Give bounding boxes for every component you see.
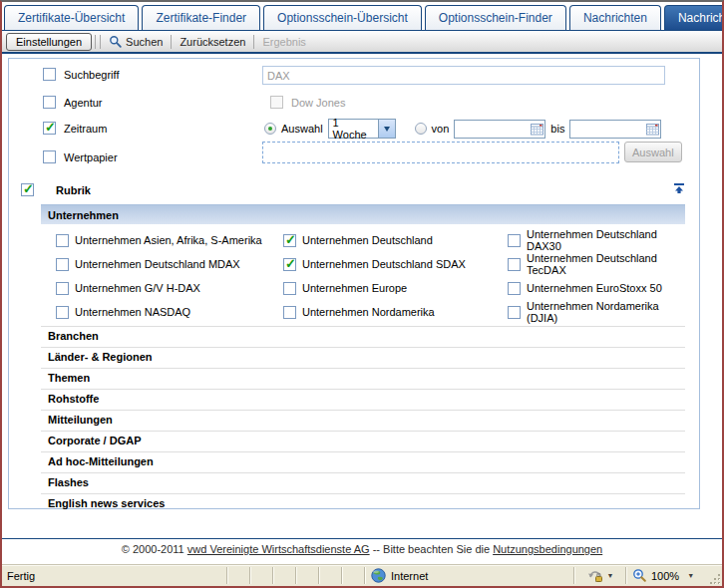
- rubrik-item-label: Unternehmen Deutschland MDAX: [75, 258, 240, 270]
- resize-grip-icon: [709, 573, 721, 585]
- checkbox-icon[interactable]: [283, 234, 296, 247]
- suchbegriff-input[interactable]: [262, 66, 665, 85]
- tab-optionsschein-ubersicht[interactable]: Optionsschein-Übersicht: [263, 5, 422, 31]
- suchen-button[interactable]: Suchen: [104, 35, 168, 48]
- auswahl-radio-label: Auswahl: [281, 123, 323, 135]
- rubrik-item-unternehmen-eurostoxx-50[interactable]: Unternehmen EuroStoxx 50: [508, 282, 685, 295]
- rubrik-item-unternehmen-asien-afrika-s-amerika[interactable]: Unternehmen Asien, Afrika, S-Amerika: [56, 234, 283, 247]
- calendar-icon[interactable]: [531, 123, 543, 138]
- bis-date-input[interactable]: [569, 120, 661, 139]
- zeitraum-select[interactable]: 1 Woche: [328, 119, 396, 139]
- dow-jones-label: Dow Jones: [291, 97, 345, 109]
- wertpapier-auswahl-button: Auswahl: [624, 142, 682, 162]
- security-zone-pane: Internet: [366, 565, 573, 586]
- tab-strip: Zertifikate-ÜbersichtZertifikate-FinderO…: [4, 5, 724, 31]
- resize-grip[interactable]: [706, 565, 722, 586]
- wertpapier-input[interactable]: [262, 142, 619, 163]
- von-date-input[interactable]: [454, 120, 545, 139]
- section-row-english-news-services[interactable]: English news services: [41, 493, 685, 514]
- browser-window: Zertifikate-ÜbersichtZertifikate-FinderO…: [0, 0, 724, 588]
- rubrik-item-label: Unternehmen Nordamerika: [302, 306, 435, 318]
- footer-divider: [2, 538, 722, 539]
- section-row-ad-hoc-mitteilungen[interactable]: Ad hoc-Mitteilungen: [41, 451, 685, 472]
- vwd-link[interactable]: vwd Vereinigte Wirtschaftsdienste AG: [187, 543, 370, 555]
- nutzungsbedingungen-link[interactable]: Nutzungsbedingungen: [493, 543, 602, 555]
- checkbox-icon[interactable]: [56, 282, 69, 295]
- search-icon: [109, 35, 122, 48]
- section-row-themen[interactable]: Themen: [41, 368, 685, 389]
- tab-zertifikate-finder[interactable]: Zertifikate-Finder: [142, 5, 260, 31]
- checkbox-icon[interactable]: [283, 258, 296, 271]
- zeitraum-checkbox[interactable]: [43, 122, 56, 135]
- rubrik-item-label: Unternehmen Deutschland: [302, 234, 433, 246]
- rubrik-item-unternehmen-g-v-h-dax[interactable]: Unternehmen G/V H-DAX: [56, 282, 283, 295]
- bis-label: bis: [550, 123, 564, 135]
- agentur-row: Agentur: [43, 96, 103, 109]
- rubrik-item-unternehmen-nasdaq[interactable]: Unternehmen NASDAQ: [56, 306, 283, 319]
- rubrik-item-unternehmen-deutschland-tecdax[interactable]: Unternehmen Deutschland TecDAX: [508, 252, 685, 276]
- rubrik-item-unternehmen-deutschland-mdax[interactable]: Unternehmen Deutschland MDAX: [56, 258, 283, 271]
- checkbox-icon[interactable]: [56, 258, 69, 271]
- calendar-icon[interactable]: [646, 123, 659, 138]
- suchbegriff-checkbox[interactable]: [43, 68, 56, 81]
- rubrik-item-unternehmen-deutschland-dax30[interactable]: Unternehmen Deutschland DAX30: [508, 228, 685, 252]
- footer: © 2000-2011 vwd Vereinigte Wirtschaftsdi…: [2, 543, 722, 555]
- zoom-control[interactable]: 100% ▼: [627, 565, 706, 586]
- chevron-down-icon: [384, 127, 390, 132]
- section-row-flashes[interactable]: Flashes: [41, 472, 685, 493]
- einstellungen-button[interactable]: Einstellungen: [6, 33, 92, 51]
- protected-mode-button[interactable]: ▼: [575, 565, 625, 586]
- wertpapier-checkbox[interactable]: [43, 150, 56, 163]
- rubrik-checkbox[interactable]: [21, 183, 34, 196]
- select-dropdown-button[interactable]: [378, 120, 395, 138]
- toolbar-separator: [100, 35, 101, 49]
- unternehmen-category-header[interactable]: Unternehmen: [41, 204, 685, 224]
- rubrik-item-label: Unternehmen NASDAQ: [75, 306, 190, 318]
- checkbox-icon[interactable]: [56, 306, 69, 319]
- checkbox-icon[interactable]: [508, 282, 521, 295]
- collapse-section-button[interactable]: [673, 182, 685, 196]
- status-text: Fertig: [2, 565, 226, 586]
- checkbox-icon[interactable]: [283, 282, 296, 295]
- rubrik-item-label: Unternehmen Nordamerika (DJIA): [527, 300, 685, 324]
- statusbar-pane: [274, 565, 295, 586]
- rubrik-item-label: Unternehmen Deutschland DAX30: [527, 228, 685, 252]
- rubrik-item-unternehmen-europe[interactable]: Unternehmen Europe: [283, 282, 508, 295]
- zoom-level: 100%: [651, 570, 679, 582]
- rubrik-item-label: Unternehmen Deutschland TecDAX: [527, 252, 685, 276]
- statusbar-pane: [320, 565, 341, 586]
- toolbar-separator: [171, 35, 172, 49]
- zuruecksetzen-button[interactable]: Zurücksetzen: [175, 36, 250, 48]
- rubrik-item-label: Unternehmen Deutschland SDAX: [302, 258, 466, 270]
- rubrik-item-unternehmen-nordamerika[interactable]: Unternehmen Nordamerika: [283, 306, 508, 319]
- checkbox-icon[interactable]: [283, 306, 296, 319]
- section-row-mitteilungen[interactable]: Mitteilungen: [41, 410, 685, 431]
- rubrik-sections: BranchenLänder- & RegionenThemenRohstoff…: [41, 326, 685, 514]
- wertpapier-label: Wertpapier: [64, 151, 118, 163]
- checkbox-icon[interactable]: [56, 234, 69, 247]
- rubrik-item-unternehmen-nordamerika-djia[interactable]: Unternehmen Nordamerika (DJIA): [508, 300, 685, 324]
- tab-zertifikate-ubersicht[interactable]: Zertifikate-Übersicht: [4, 5, 139, 31]
- ergebnis-button: Ergebnis: [257, 36, 310, 48]
- von-radio[interactable]: [415, 123, 427, 135]
- zeitraum-controls: Auswahl 1 Woche von: [264, 119, 661, 139]
- auswahl-radio[interactable]: [264, 123, 276, 135]
- section-row-branchen[interactable]: Branchen: [41, 326, 685, 347]
- tab-nachrichtensuche[interactable]: Nachrichtensuche: [664, 5, 724, 31]
- section-row-lander-regionen[interactable]: Länder- & Regionen: [41, 347, 685, 368]
- rubrik-grid: Unternehmen Asien, Afrika, S-AmerikaUnte…: [56, 228, 685, 324]
- agentur-checkbox[interactable]: [43, 96, 56, 109]
- checkbox-icon[interactable]: [508, 306, 521, 319]
- statusbar-pane: [343, 565, 364, 586]
- tab-nachrichten[interactable]: Nachrichten: [569, 5, 661, 31]
- rubrik-item-unternehmen-deutschland[interactable]: Unternehmen Deutschland: [283, 234, 508, 247]
- status-bar: Fertig Internet: [2, 564, 722, 586]
- toolbar-separator: [253, 35, 254, 49]
- collapse-up-icon: [673, 182, 685, 194]
- checkbox-icon[interactable]: [508, 258, 521, 271]
- tab-optionsschein-finder[interactable]: Optionsschein-Finder: [425, 5, 566, 31]
- section-row-rohstoffe[interactable]: Rohstoffe: [41, 389, 685, 410]
- section-row-corporate-dgap[interactable]: Corporate / DGAP: [41, 431, 685, 451]
- rubrik-item-unternehmen-deutschland-sdax[interactable]: Unternehmen Deutschland SDAX: [283, 258, 508, 271]
- checkbox-icon[interactable]: [508, 234, 521, 247]
